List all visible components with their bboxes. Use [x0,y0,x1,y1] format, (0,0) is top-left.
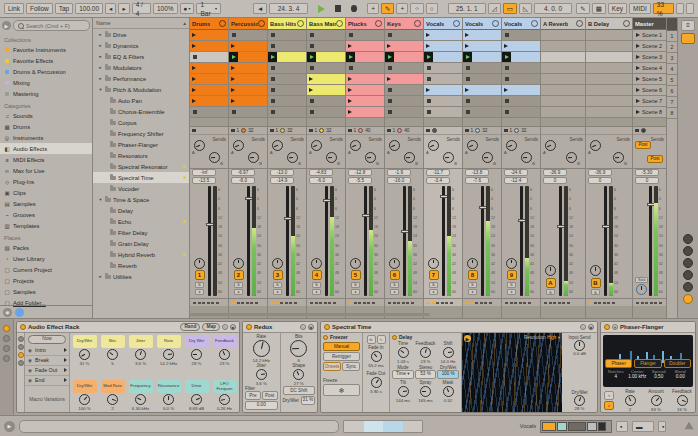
device-chain-overview[interactable] [540,420,612,433]
scene-number-5[interactable]: 5 [667,75,677,86]
clip-stop-icon[interactable] [505,66,509,70]
browser-item-chorus-ensemble[interactable]: Chorus-Ensemble [93,106,189,117]
clip-stop-icon[interactable] [271,44,275,48]
track-activator-button[interactable]: 1 [195,270,205,280]
crossfade-toggle[interactable] [683,294,693,304]
scene-play-icon[interactable] [636,110,640,114]
sidebar-item-user-library[interactable]: ◔User Library [0,253,92,264]
browser-item-reverb[interactable]: Reverb [93,260,189,271]
volume-fader[interactable] [649,186,652,296]
punch-out-button[interactable]: ◺ [519,3,532,14]
preview-headphone-button[interactable]: ◉ [3,308,12,317]
browser-item-pitch-modulation[interactable]: ▼Pitch & Modulation [93,84,189,95]
clip-stop-icon[interactable] [466,99,470,103]
phaser-mode-phaser[interactable]: Phaser [605,359,632,368]
mixer-toggle-io[interactable] [683,234,693,244]
clip-play-icon[interactable] [192,77,196,81]
status-stop-icon[interactable] [348,129,352,133]
track-header-bass-hits-3[interactable]: Bass Hits [268,18,306,30]
chain-row-intro[interactable]: ◉Intro [25,346,69,356]
sidebar-item-samples[interactable]: ▤Samples [0,198,92,209]
freeze-loop-icon[interactable]: ∞ [367,335,376,344]
delay-drywet-field[interactable]: 100 % [437,370,459,379]
redux-save-icon[interactable]: ▣ [308,324,314,330]
track-options-icon[interactable] [576,20,583,27]
loop-start-field[interactable]: 25. 1. 1 [448,3,486,14]
clip-slot-7[interactable] [346,96,384,107]
clip-slot-2[interactable] [307,41,345,52]
track-header-keys-6[interactable]: Keys [385,18,423,30]
rate-sync-mode-button[interactable]: ♪ [604,401,614,410]
send-b-knob[interactable] [248,152,259,163]
computer-midi-keyboard-button[interactable]: ▦ [592,3,606,14]
clip-slot-7[interactable] [385,96,423,107]
resolution-value[interactable]: High [547,335,556,340]
meter-peak-value[interactable]: -12.8 [348,169,372,176]
midi-map-button[interactable]: MIDI [629,3,651,14]
clip-slot-6[interactable] [385,85,423,96]
send-b-knob[interactable] [209,152,220,163]
rack-rand-button[interactable]: Rand [180,323,200,332]
key-map-button[interactable]: Key [608,3,627,14]
clip-slot-7[interactable] [463,96,501,107]
clip-slot-5[interactable] [541,74,585,85]
clip-slot-5[interactable] [463,74,501,85]
crossfade-assign-row[interactable] [229,298,267,306]
scene-slot-scene-4[interactable]: Scene 4 [633,63,666,74]
clip-slot-1[interactable] [346,30,384,41]
volume-value[interactable]: -13.5 [192,177,216,184]
clip-stop-icon[interactable] [388,88,392,92]
status-stop-icon[interactable] [504,129,508,133]
chain-next-button[interactable]: ▪ [658,421,666,432]
playing-clip-indicator[interactable] [307,52,316,63]
pan-knob[interactable] [272,258,283,269]
launch-quantize-select[interactable]: 1 Bar▾ [196,3,221,14]
spectral-trigger-icon[interactable]: ▶ [464,335,471,342]
overdub-button[interactable]: + [367,3,379,14]
clip-stop-icon[interactable] [310,33,314,37]
clip-stop-icon[interactable] [427,110,431,114]
sidebar-item-mastering[interactable]: Mastering [0,88,92,99]
clip-play-icon[interactable] [387,44,391,48]
filter-freq-field[interactable]: 0.00 [245,401,278,410]
track-header-bass-main-4[interactable]: Bass Main [307,18,345,30]
track-options-icon[interactable] [492,20,499,27]
knob-dial-rate[interactable] [163,349,174,360]
track-activator-button[interactable]: 7 [429,270,439,280]
metronome-button[interactable]: ●▾ [180,3,195,14]
scene-number-2[interactable]: 2 [667,42,677,53]
clip-play-icon[interactable] [348,88,352,92]
clip-stop-icon[interactable] [271,110,275,114]
pan-knob[interactable] [428,258,439,269]
sidebar-item-drums[interactable]: ▦Drums [0,121,92,132]
clip-slot-7[interactable] [586,96,632,107]
clip-slot-3[interactable] [190,52,228,63]
clip-stop-icon[interactable] [388,66,392,70]
knob-dial-spray[interactable] [420,386,431,397]
scene-number-4[interactable]: 4 [667,64,677,75]
scene-play-icon[interactable] [636,55,640,59]
clip-slot-3[interactable] [229,52,267,63]
clip-slot-4[interactable] [424,63,462,74]
clip-stop-icon[interactable] [193,110,197,114]
filter-pre-button[interactable]: Pre [245,391,261,400]
pan-knob[interactable] [194,258,205,269]
expand-arrow-icon[interactable]: ► [98,76,103,81]
link-button[interactable]: Link [4,3,24,14]
mixer-toggle-sends[interactable] [683,246,693,256]
send-a-knob[interactable] [272,140,283,151]
clip-slot-3[interactable] [502,52,540,63]
solo-button[interactable]: S [273,282,282,288]
pan-knob[interactable] [545,265,556,276]
rack-macro-toggle[interactable] [18,336,24,342]
clip-stop-icon[interactable] [310,44,314,48]
status-stop-icon[interactable] [231,129,235,133]
browser-item-time-space[interactable]: ▼Time & Space [93,194,189,205]
track-options-icon[interactable] [375,20,382,27]
solo-button[interactable]: S [390,282,399,288]
clip-stop-icon[interactable] [232,33,236,37]
expand-arrow-icon[interactable]: ► [98,43,103,48]
clip-play-icon[interactable] [426,88,430,92]
scene-play-icon[interactable] [636,33,640,37]
clip-stop-icon[interactable] [427,99,431,103]
